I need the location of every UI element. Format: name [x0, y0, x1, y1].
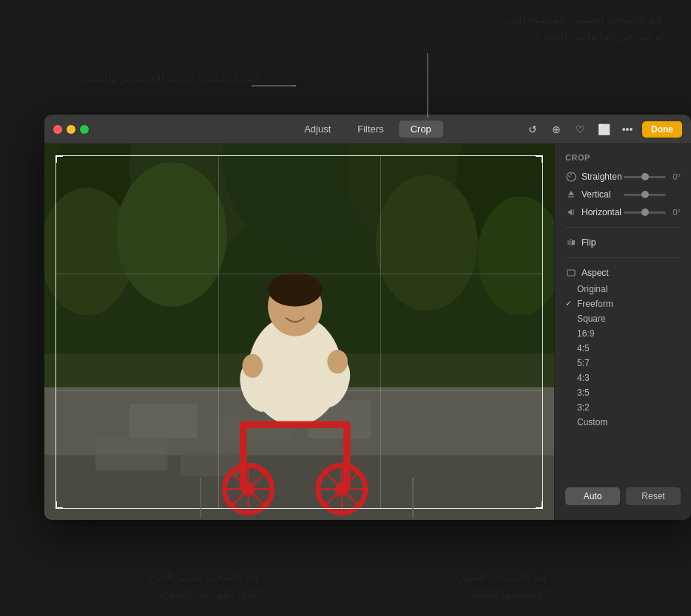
straighten-value: 0°	[666, 172, 681, 181]
aspect-header: Aspect	[555, 264, 691, 282]
tab-bar: Adjust Filters Crop	[292, 121, 443, 138]
aspect-4-5[interactable]: 4:5	[555, 341, 691, 356]
horizontal-slider[interactable]	[624, 211, 666, 214]
photo-area[interactable]	[44, 144, 554, 520]
heart-icon[interactable]: ♡	[571, 121, 589, 138]
svg-rect-20	[95, 439, 168, 471]
flip-icon	[565, 237, 577, 248]
right-panel: CROP Straighten 0°	[554, 144, 691, 520]
tab-crop[interactable]: Crop	[399, 121, 443, 138]
callout-line-top	[427, 53, 428, 120]
annotation-bottom-left-text: قم بالسحب لتغيير الجزء الذي يظهر من الصو…	[148, 571, 259, 600]
callout-line-bottom-left	[200, 478, 201, 518]
svg-point-24	[268, 273, 322, 307]
svg-point-42	[243, 354, 263, 378]
svg-rect-17	[129, 405, 198, 439]
more-icon[interactable]: •••	[618, 121, 636, 138]
svg-rect-52	[572, 240, 575, 245]
svg-rect-25	[240, 422, 350, 428]
straighten-slider-container[interactable]	[624, 176, 666, 178]
straighten-label: Straighten	[582, 172, 624, 182]
aspect-5-7[interactable]: 5:7	[555, 356, 691, 370]
svg-rect-54	[567, 270, 575, 276]
vertical-slider-container[interactable]	[624, 194, 666, 196]
svg-marker-47	[568, 191, 574, 195]
horizontal-label: Horizontal	[582, 207, 624, 217]
callout-line-bottom-right	[412, 478, 414, 518]
aspect-label: Aspect	[582, 268, 681, 278]
aspect-3-2[interactable]: 3:2	[555, 400, 691, 415]
vertical-slider[interactable]	[624, 194, 666, 196]
horizontal-control[interactable]: Horizontal 0°	[555, 203, 691, 221]
svg-point-3	[291, 85, 296, 87]
reset-button[interactable]: Reset	[626, 487, 681, 505]
annotation-top-left-text: انقر لمشاهدة أدوات الاقتصاص والتسوية.	[73, 72, 259, 84]
aspect-4-3[interactable]: 4:3	[555, 370, 691, 385]
svg-rect-51	[567, 240, 570, 245]
aspect-original[interactable]: Original	[555, 282, 691, 297]
titlebar-actions: ↺ ⊕ ♡ ⬜ ••• Done	[524, 121, 682, 138]
annotation-top-right: قم بالسحب لتضمين المنطقة التي ترغب في إب…	[417, 11, 661, 45]
straighten-slider[interactable]	[624, 176, 666, 178]
done-button[interactable]: Done	[642, 121, 682, 138]
flip-label: Flip	[582, 237, 681, 248]
vertical-icon	[565, 189, 577, 200]
aspect-3-5[interactable]: 3:5	[555, 385, 691, 400]
annotation-top-left: انقر لمشاهدة أدوات الاقتصاص والتسوية.	[30, 70, 259, 87]
svg-point-13	[376, 175, 478, 311]
aspect-16-9[interactable]: 16:9	[555, 326, 691, 341]
svg-point-12	[117, 162, 227, 306]
traffic-lights	[44, 125, 89, 134]
aspect-square[interactable]: Square	[555, 311, 691, 326]
tab-adjust[interactable]: Adjust	[292, 121, 343, 138]
svg-marker-49	[567, 209, 572, 215]
close-button[interactable]	[53, 125, 62, 134]
svg-rect-27	[343, 422, 350, 490]
aspect-freeform[interactable]: Freeform	[555, 297, 691, 311]
rotate-icon[interactable]: ↺	[524, 121, 542, 138]
panel-section-title: CROP	[555, 153, 691, 168]
vertical-control[interactable]: Vertical	[555, 186, 691, 203]
aspect-icon	[565, 267, 577, 279]
svg-point-43	[327, 350, 348, 373]
svg-point-1	[427, 113, 428, 118]
divider-2	[565, 257, 681, 258]
horizontal-icon	[565, 206, 577, 218]
panel-bottom: Auto Reset	[555, 481, 691, 511]
straighten-control[interactable]: Straighten 0°	[555, 168, 691, 186]
aspect-custom[interactable]: Custom	[555, 415, 691, 430]
horizontal-slider-container[interactable]	[624, 211, 666, 214]
zoom-icon[interactable]: ⊕	[547, 121, 565, 138]
annotation-top-right-text: قم بالسحب لتضمين المنطقة التي ترغب في إب…	[505, 13, 661, 42]
svg-rect-26	[240, 422, 246, 490]
main-window: Adjust Filters Crop ↺ ⊕ ♡ ⬜ ••• Done	[44, 115, 691, 520]
minimize-button[interactable]	[67, 125, 75, 134]
annotation-bottom-right: قم باقتصاص الصورة أو تسويتها تلقائيًا.	[347, 569, 547, 603]
content-area: CROP Straighten 0°	[44, 144, 691, 520]
straighten-icon	[565, 171, 577, 183]
annotation-bottom-right-text: قم باقتصاص الصورة أو تسويتها تلقائيًا.	[453, 571, 547, 600]
flip-control[interactable]: Flip	[555, 234, 691, 251]
fullscreen-button[interactable]	[80, 125, 89, 134]
vertical-label: Vertical	[582, 189, 624, 200]
tab-filters[interactable]: Filters	[346, 121, 395, 138]
annotation-bottom-left: قم بالسحب لتغيير الجزء الذي يظهر من الصو…	[59, 569, 259, 603]
share-icon[interactable]: ⬜	[595, 121, 613, 138]
horizontal-value: 0°	[666, 208, 681, 217]
svg-line-46	[568, 176, 570, 177]
divider-1	[565, 227, 681, 228]
photo-image	[44, 144, 554, 520]
titlebar: Adjust Filters Crop ↺ ⊕ ♡ ⬜ ••• Done	[44, 115, 691, 144]
auto-button[interactable]: Auto	[565, 487, 620, 505]
